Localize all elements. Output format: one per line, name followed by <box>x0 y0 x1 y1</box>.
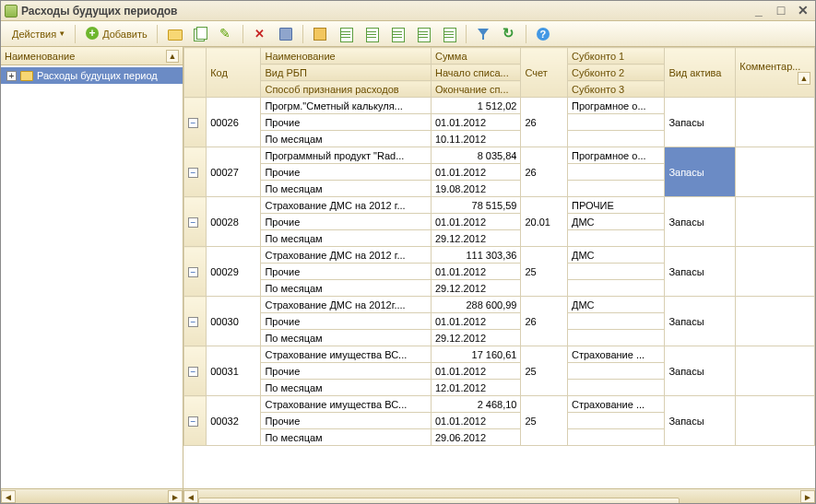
cell-sub1[interactable]: Страхование ... <box>567 396 664 413</box>
cell-name[interactable]: Страхование имущества ВС... <box>261 346 432 363</box>
col-sum[interactable]: Сумма <box>431 48 521 64</box>
table-row[interactable]: − 00031 Страхование имущества ВС... 17 1… <box>184 346 815 363</box>
expand-icon[interactable]: + <box>6 71 17 81</box>
collapse-icon[interactable]: − <box>188 317 198 327</box>
cell-comment[interactable] <box>736 147 815 197</box>
cell-sub2[interactable]: ДМС <box>567 214 664 230</box>
col-rec-method[interactable]: Способ признания расходов <box>261 81 432 98</box>
collapse-icon[interactable]: − <box>188 267 198 277</box>
col-name[interactable]: Наименование <box>261 48 432 64</box>
post-button[interactable] <box>308 24 332 44</box>
table-row[interactable]: − 00029 Страхование ДМС на 2012 г... 111… <box>184 247 815 264</box>
minimize-button[interactable]: _ <box>751 5 767 18</box>
report-2-button[interactable] <box>360 24 384 44</box>
report-1-button[interactable] <box>334 24 358 44</box>
cell-comment[interactable] <box>736 197 815 247</box>
indicator-column[interactable] <box>184 48 207 98</box>
collapse-icon[interactable]: − <box>188 367 198 377</box>
cell-end[interactable]: 29.12.2012 <box>431 280 521 297</box>
cell-start[interactable]: 01.01.2012 <box>431 114 521 131</box>
col-writeoff-end[interactable]: Окончание сп... <box>431 81 521 98</box>
cell-code[interactable]: 00027 <box>207 147 261 197</box>
collapse-icon[interactable]: − <box>188 118 198 128</box>
scroll-left-icon[interactable]: ◄ <box>183 490 198 503</box>
cell-rbp[interactable]: Прочие <box>261 413 432 429</box>
cell-start[interactable]: 01.01.2012 <box>431 313 521 330</box>
collapse-icon[interactable]: − <box>188 416 198 427</box>
cell-sum[interactable]: 17 160,61 <box>431 346 521 363</box>
cell-sub3[interactable] <box>567 330 664 346</box>
cell-account[interactable]: 26 <box>521 147 568 197</box>
cell-account[interactable]: 25 <box>521 247 568 297</box>
cell-rbp[interactable]: Прочие <box>261 313 432 330</box>
tree-header[interactable]: Наименование ▲ <box>1 47 183 65</box>
cell-name[interactable]: Страхование ДМС на 2012 г... <box>261 197 432 214</box>
cell-sum[interactable]: 8 035,84 <box>431 147 521 164</box>
cell-end[interactable]: 29.12.2012 <box>431 230 521 247</box>
cell-sub1[interactable]: ДМС <box>567 297 664 313</box>
cell-sub1[interactable]: Програмное о... <box>567 147 664 164</box>
cell-end[interactable]: 10.11.2012 <box>431 131 521 147</box>
tree-hscrollbar[interactable]: ◄ ► <box>1 488 183 503</box>
table-row[interactable]: − 00032 Страхование имущества ВС... 2 46… <box>184 396 815 413</box>
cell-comment[interactable] <box>736 247 815 297</box>
cell-account[interactable]: 20.01 <box>521 197 568 247</box>
cell-comment[interactable] <box>736 98 815 147</box>
cell-end[interactable]: 29.12.2012 <box>431 330 521 346</box>
cell-method[interactable]: По месяцам <box>261 330 432 346</box>
cell-end[interactable]: 29.06.2012 <box>431 429 521 446</box>
cell-sub3[interactable] <box>567 380 664 396</box>
scrollbar-thumb[interactable] <box>198 498 680 505</box>
cell-comment[interactable] <box>736 346 815 396</box>
cell-rbp[interactable]: Прочие <box>261 114 432 131</box>
cell-sub3[interactable] <box>567 230 664 247</box>
cell-asset[interactable]: Запасы <box>665 247 736 297</box>
cell-rbp[interactable]: Прочие <box>261 363 432 380</box>
cell-sub2[interactable] <box>567 264 664 280</box>
cell-sum[interactable]: 1 512,02 <box>431 98 521 114</box>
cell-start[interactable]: 01.01.2012 <box>431 214 521 230</box>
report-3-button[interactable] <box>385 24 409 44</box>
cell-start[interactable]: 01.01.2012 <box>431 264 521 280</box>
edit-button[interactable] <box>214 24 238 44</box>
filter-button[interactable] <box>471 24 495 44</box>
cell-sub2[interactable] <box>567 413 664 429</box>
cell-asset[interactable]: Запасы <box>665 98 736 147</box>
add-button[interactable]: Добавить <box>80 24 152 44</box>
scroll-left-icon[interactable]: ◄ <box>1 490 16 503</box>
cell-method[interactable]: По месяцам <box>261 280 432 297</box>
col-asset[interactable]: Вид актива <box>665 48 736 98</box>
cell-rbp[interactable]: Прочие <box>261 164 432 181</box>
scroll-right-icon[interactable]: ► <box>168 490 183 503</box>
cell-method[interactable]: По месяцам <box>261 429 432 446</box>
cell-rbp[interactable]: Прочие <box>261 264 432 280</box>
col-sub2[interactable]: Субконто 2 <box>567 64 664 81</box>
cell-account[interactable]: 25 <box>521 346 568 396</box>
cell-name[interactable]: Страхование имущества ВС... <box>261 396 432 413</box>
cell-sub3[interactable] <box>567 131 664 147</box>
report-5-button[interactable] <box>437 24 461 44</box>
close-button[interactable]: ✕ <box>795 5 811 18</box>
cell-sub1[interactable]: Страхование ... <box>567 346 664 363</box>
col-rbp[interactable]: Вид РБП <box>261 64 432 81</box>
col-sub1[interactable]: Субконто 1 <box>567 48 664 64</box>
cell-method[interactable]: По месяцам <box>261 181 432 197</box>
cell-sub2[interactable] <box>567 313 664 330</box>
cell-name[interactable]: Прогрм."Сметный калькуля... <box>261 98 432 114</box>
cell-name[interactable]: Страхование ДМС на 2012г.... <box>261 297 432 313</box>
cell-method[interactable]: По месяцам <box>261 230 432 247</box>
cell-sub3[interactable] <box>567 181 664 197</box>
cell-sub1[interactable]: ДМС <box>567 247 664 264</box>
cell-method[interactable]: По месяцам <box>261 380 432 396</box>
cell-code[interactable]: 00032 <box>207 396 261 446</box>
cell-comment[interactable] <box>736 396 815 446</box>
cell-asset[interactable]: Запасы <box>665 197 736 247</box>
collapse-icon[interactable]: − <box>188 217 198 228</box>
tree-root-item[interactable]: + Расходы будущих период <box>1 67 183 84</box>
report-4-button[interactable] <box>411 24 435 44</box>
cell-comment[interactable] <box>736 297 815 346</box>
cell-method[interactable]: По месяцам <box>261 131 432 147</box>
scroll-up-icon[interactable]: ▲ <box>166 50 179 63</box>
cell-sum[interactable]: 288 600,99 <box>431 297 521 313</box>
cell-sub1[interactable]: ПРОЧИЕ <box>567 197 664 214</box>
